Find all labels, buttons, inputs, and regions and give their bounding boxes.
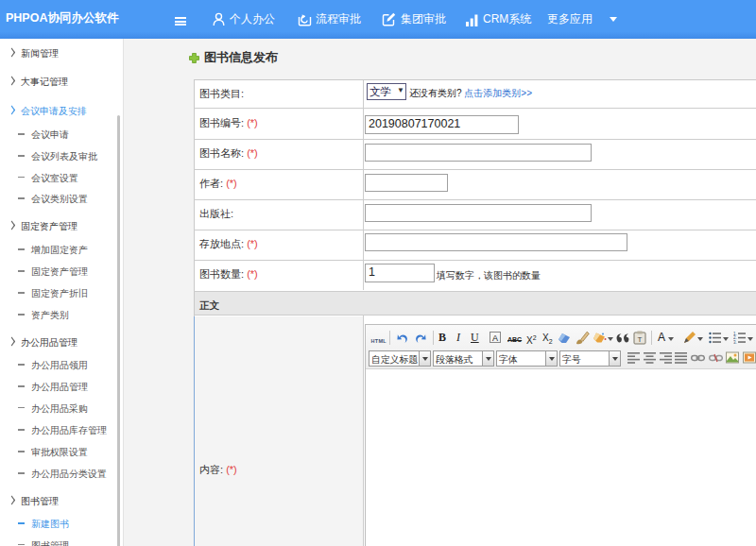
svg-text:T: T (638, 335, 643, 344)
svg-text:3.: 3. (733, 340, 737, 344)
